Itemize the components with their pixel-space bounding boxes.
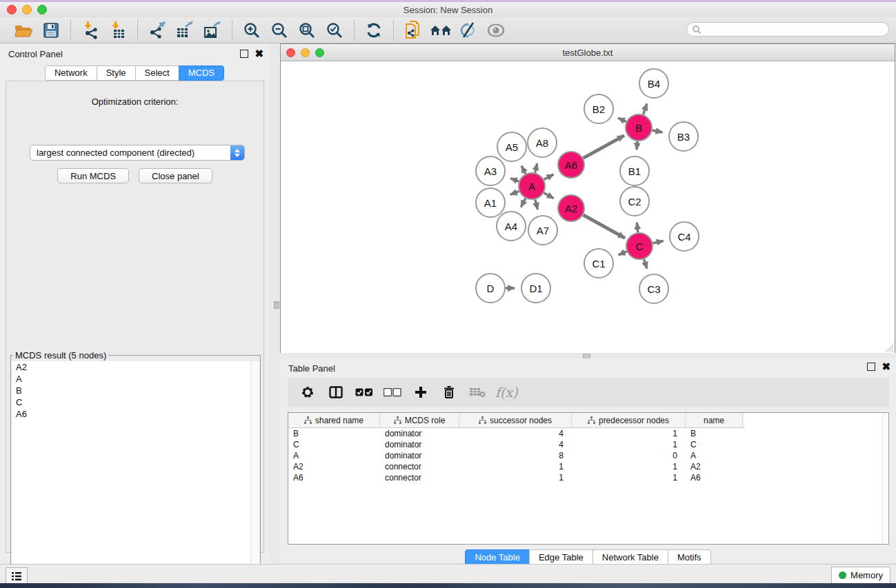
save-session-icon[interactable] <box>37 19 65 41</box>
table-cell[interactable]: 1 <box>572 462 686 472</box>
mcds-result-item[interactable]: C <box>12 396 259 408</box>
table-cell[interactable]: C <box>288 440 380 449</box>
import-table-icon[interactable] <box>104 19 132 41</box>
tab-mcds[interactable]: MCDS <box>179 65 224 81</box>
graph-edge-B-B4[interactable] <box>644 103 647 114</box>
zoom-in-icon[interactable] <box>238 19 266 41</box>
table-row[interactable]: Adominator80A <box>288 450 888 461</box>
float-panel-icon[interactable] <box>240 50 248 58</box>
search-field[interactable] <box>686 22 889 37</box>
graph-edge-B-B2[interactable] <box>618 118 626 121</box>
graph-edge-A-A4[interactable] <box>521 199 526 207</box>
zoom-fit-icon[interactable] <box>293 19 321 41</box>
run-mcds-button[interactable]: Run MCDS <box>57 168 129 183</box>
table-row[interactable]: A6connector11A6 <box>288 472 888 483</box>
table-cell[interactable]: 1 <box>459 462 572 472</box>
column-header-MCDS-role[interactable]: MCDS role <box>380 413 459 427</box>
resize-grip-icon[interactable] <box>884 343 893 352</box>
table-cell[interactable]: dominator <box>380 429 459 438</box>
graph-node-A3[interactable]: A3 <box>476 156 505 185</box>
column-header-predecessor-nodes[interactable]: predecessor nodes <box>572 413 686 427</box>
table-cell[interactable]: A2 <box>288 462 380 472</box>
table-cell[interactable]: dominator <box>380 440 459 449</box>
graph-edge-B-B3[interactable] <box>653 130 663 132</box>
table-cell[interactable]: connector <box>380 462 459 472</box>
table-cell[interactable]: 1 <box>459 473 572 483</box>
table-cell[interactable]: B <box>686 429 743 438</box>
table-row[interactable]: Bdominator41B <box>288 428 888 439</box>
graph-node-A2[interactable]: A2 <box>558 195 584 221</box>
graph-node-D[interactable]: D <box>476 274 505 303</box>
column-header-shared-name[interactable]: shared name <box>288 413 380 427</box>
graph-edge-A-A8[interactable] <box>535 163 537 172</box>
table-cell[interactable]: 8 <box>459 451 572 460</box>
delete-column-icon[interactable] <box>436 382 461 403</box>
table-cell[interactable]: A6 <box>686 473 743 483</box>
table-cell[interactable]: 4 <box>459 440 572 449</box>
search-input[interactable] <box>701 24 888 35</box>
table-cell[interactable]: C <box>686 440 743 449</box>
graph-edge-C-C3[interactable] <box>644 259 647 269</box>
column-header-name[interactable]: name <box>686 413 743 427</box>
table-cell[interactable]: A <box>686 451 743 460</box>
table-cell[interactable]: connector <box>380 473 459 483</box>
table-cell[interactable]: dominator <box>380 451 459 460</box>
tab-select[interactable]: Select <box>135 65 179 81</box>
select-all-icon[interactable] <box>351 382 377 403</box>
mcds-result-item[interactable]: A6 <box>12 408 259 420</box>
export-image-icon[interactable] <box>199 19 226 41</box>
network-canvas[interactable]: AA1A2A3A4A5A6A7A8BB1B2B3B4CC1C2C3C4DD1 <box>281 61 895 353</box>
table-cell[interactable]: 1 <box>572 429 686 438</box>
mcds-list-scrollbar[interactable] <box>250 361 259 588</box>
graph-node-A[interactable]: A <box>519 173 545 199</box>
graph-edge-C-C4[interactable] <box>653 241 664 243</box>
graph-node-A7[interactable]: A7 <box>528 216 557 245</box>
graph-node-C4[interactable]: C4 <box>670 222 699 251</box>
first-neighbors-icon[interactable] <box>427 19 455 41</box>
criterion-dropdown[interactable]: largest connected component (directed) <box>30 145 245 161</box>
mcds-result-item[interactable]: A <box>12 373 259 385</box>
graph-node-A8[interactable]: A8 <box>528 128 557 157</box>
graph-edge-A2-C[interactable] <box>583 215 625 239</box>
zoom-selected-icon[interactable] <box>321 19 348 41</box>
graph-node-B3[interactable]: B3 <box>669 122 698 151</box>
open-session-icon[interactable] <box>10 19 37 41</box>
close-panel-button[interactable]: Close panel <box>139 168 212 183</box>
mcds-result-item[interactable]: A2 <box>12 361 259 373</box>
node-table[interactable]: shared nameMCDS rolesuccessor nodesprede… <box>288 412 889 545</box>
export-network-icon[interactable] <box>143 19 171 41</box>
memory-button[interactable]: Memory <box>831 567 890 584</box>
table-cell[interactable]: 1 <box>572 473 686 483</box>
graph-node-A5[interactable]: A5 <box>497 132 526 161</box>
table-cell[interactable]: A6 <box>288 473 380 483</box>
graph-node-A6[interactable]: A6 <box>558 152 584 178</box>
tab-network[interactable]: Network <box>45 65 97 81</box>
table-row[interactable]: A2connector11A2 <box>288 461 888 472</box>
graph-edge-A6-B[interactable] <box>584 136 624 159</box>
zoom-out-icon[interactable] <box>266 19 293 41</box>
apply-layout-icon[interactable] <box>360 19 388 41</box>
graph-edge-A-A5[interactable] <box>521 166 526 174</box>
import-network-icon[interactable] <box>77 19 104 41</box>
graph-edge-A-A7[interactable] <box>535 199 538 210</box>
table-cell[interactable]: A2 <box>686 462 743 472</box>
graph-node-B2[interactable]: B2 <box>584 94 613 123</box>
graph-node-C2[interactable]: C2 <box>620 187 649 216</box>
deselect-all-icon[interactable] <box>379 382 405 403</box>
graph-edge-A-A6[interactable] <box>544 174 554 180</box>
network-window-titlebar[interactable]: testGlobe.txt <box>281 44 895 61</box>
graph-node-C3[interactable]: C3 <box>639 274 668 303</box>
graph-edge-A-A1[interactable] <box>510 191 519 194</box>
table-row[interactable]: Cdominator41C <box>288 439 888 450</box>
show-graphics-details-icon[interactable] <box>455 19 482 41</box>
tab-style[interactable]: Style <box>97 65 136 81</box>
table-cell[interactable]: 1 <box>572 440 686 449</box>
graph-node-A1[interactable]: A1 <box>476 188 505 217</box>
mcds-result-item[interactable]: B <box>12 385 259 396</box>
column-header-successor-nodes[interactable]: successor nodes <box>459 413 572 427</box>
new-network-from-selection-icon[interactable] <box>399 19 427 41</box>
graph-node-B4[interactable]: B4 <box>639 69 668 98</box>
bird-eye-view-icon[interactable] <box>482 19 510 41</box>
table-cell[interactable]: A <box>288 451 380 460</box>
close-panel-icon[interactable]: ✖ <box>255 50 263 57</box>
